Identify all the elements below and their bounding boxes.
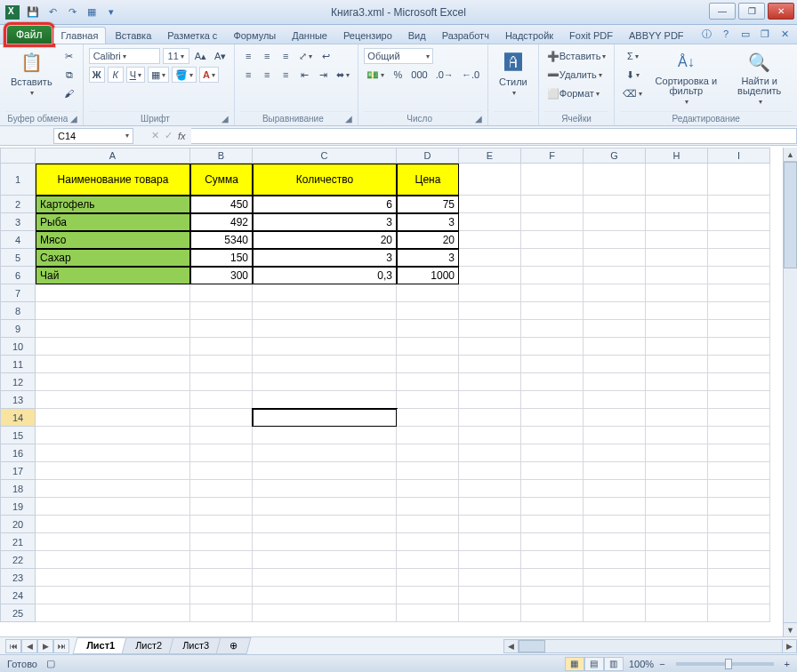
comma-button[interactable]: 000 (408, 67, 430, 83)
cell[interactable] (459, 604, 521, 622)
cell[interactable] (646, 267, 708, 284)
cell[interactable] (708, 604, 770, 622)
cell[interactable] (521, 213, 584, 231)
row-header[interactable]: 17 (0, 462, 36, 480)
cell[interactable] (36, 320, 190, 338)
cell[interactable] (646, 249, 708, 267)
styles-button[interactable]: 🅰 Стили ▾ (494, 48, 533, 99)
name-box[interactable]: C14▾ (53, 128, 133, 144)
cell[interactable] (584, 213, 646, 231)
currency-button[interactable]: 💵▾ (364, 67, 387, 83)
row-header[interactable]: 3 (0, 213, 36, 231)
cell[interactable] (397, 320, 459, 338)
page-break-view-button[interactable]: ▥ (604, 657, 624, 671)
cell[interactable] (36, 516, 190, 533)
tab-developer[interactable]: Разработч (435, 28, 496, 44)
cell[interactable] (459, 373, 521, 391)
cell[interactable] (253, 604, 397, 622)
horizontal-scrollbar[interactable]: ◀ ▶ (503, 639, 797, 653)
scroll-thumb[interactable] (519, 640, 545, 652)
zoom-level[interactable]: 100% (629, 659, 654, 669)
cell[interactable] (36, 604, 190, 622)
row-header[interactable]: 20 (0, 516, 36, 533)
cell[interactable] (397, 587, 459, 604)
format-painter-button[interactable]: 🖌 (61, 85, 77, 101)
cell[interactable]: 492 (190, 213, 253, 231)
cell[interactable] (190, 587, 253, 604)
cell[interactable] (708, 444, 770, 462)
sheet-tab[interactable]: Лист1 (72, 637, 128, 654)
cell[interactable] (190, 427, 253, 444)
cell[interactable] (459, 480, 521, 498)
cell[interactable] (521, 356, 584, 373)
cell[interactable] (584, 409, 646, 427)
cell[interactable] (397, 462, 459, 480)
cell[interactable] (459, 444, 521, 462)
row-header[interactable]: 24 (0, 587, 36, 604)
cell[interactable] (646, 213, 708, 231)
cell[interactable] (646, 587, 708, 604)
align-center-button[interactable]: ≡ (259, 67, 275, 83)
cell[interactable] (521, 480, 584, 498)
cell[interactable]: 3 (397, 249, 459, 267)
cell[interactable] (708, 338, 770, 356)
cell[interactable] (36, 480, 190, 498)
wrap-text-button[interactable]: ↩ (318, 48, 334, 64)
sheet-nav-next[interactable]: ▶ (37, 639, 53, 653)
find-select-button[interactable]: 🔍 Найти и выделить▾ (727, 48, 792, 108)
cell[interactable]: 3 (253, 249, 397, 267)
cell[interactable] (190, 569, 253, 587)
cell[interactable] (584, 284, 646, 302)
cell[interactable] (708, 587, 770, 604)
cell[interactable] (646, 551, 708, 569)
cell[interactable] (646, 462, 708, 480)
cell[interactable] (584, 498, 646, 516)
cell[interactable] (459, 284, 521, 302)
cell[interactable] (253, 391, 397, 409)
clear-button[interactable]: ⌫▾ (620, 85, 645, 101)
scroll-thumb[interactable] (784, 162, 797, 268)
restore-workbook-icon[interactable]: ❐ (758, 27, 772, 41)
cell[interactable] (708, 498, 770, 516)
cell[interactable] (190, 391, 253, 409)
col-header[interactable]: C (253, 148, 397, 164)
tab-formulas[interactable]: Формулы (226, 28, 283, 44)
row-header[interactable]: 14 (0, 409, 36, 427)
enter-formula-icon[interactable]: ✓ (165, 130, 173, 141)
cell[interactable] (646, 231, 708, 249)
zoom-in-button[interactable]: + (785, 659, 790, 669)
cell[interactable] (459, 231, 521, 249)
cell[interactable] (708, 267, 770, 284)
cell[interactable]: 450 (190, 196, 253, 213)
cell[interactable] (708, 213, 770, 231)
cell[interactable] (521, 267, 584, 284)
cell[interactable] (36, 338, 190, 356)
cell[interactable] (459, 356, 521, 373)
cell[interactable] (584, 427, 646, 444)
cell[interactable] (584, 338, 646, 356)
scroll-right-icon[interactable]: ▶ (782, 640, 796, 652)
italic-button[interactable]: К (108, 67, 124, 83)
zoom-slider[interactable] (676, 662, 774, 666)
cell[interactable] (521, 164, 584, 196)
cell[interactable] (584, 196, 646, 213)
cell[interactable] (584, 551, 646, 569)
redo-button[interactable]: ↷ (64, 4, 80, 20)
cell[interactable] (459, 164, 521, 196)
autosum-button[interactable]: Σ▾ (620, 48, 645, 64)
cell[interactable] (459, 320, 521, 338)
cell[interactable] (36, 302, 190, 320)
cell[interactable] (584, 231, 646, 249)
cell[interactable] (521, 231, 584, 249)
cell[interactable] (253, 373, 397, 391)
cell[interactable]: Картофель (36, 196, 190, 213)
cell[interactable] (253, 284, 397, 302)
cell[interactable] (584, 533, 646, 551)
cell[interactable]: Чай (36, 267, 190, 284)
cell[interactable] (521, 533, 584, 551)
tab-data[interactable]: Данные (285, 28, 334, 44)
cell[interactable] (646, 320, 708, 338)
row-header[interactable]: 25 (0, 604, 36, 622)
cell[interactable] (397, 356, 459, 373)
cell[interactable] (459, 516, 521, 533)
